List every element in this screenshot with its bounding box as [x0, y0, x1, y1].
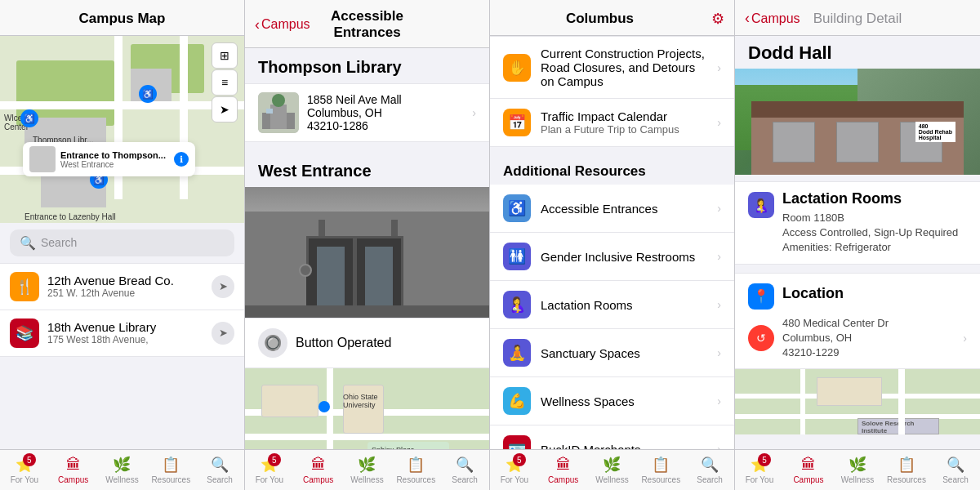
tab-search-2[interactable]: 🔍 Search: [440, 450, 489, 490]
tab-wellness-1[interactable]: 🌿 Wellness: [98, 450, 147, 490]
nav-right-columbus[interactable]: ⚙: [667, 10, 724, 28]
minimap-label-osu: Ohio StateUniversity: [343, 393, 378, 409]
foryou-badge-4: 5: [758, 453, 771, 466]
nav-bar-building-detail: ‹ Campus Building Detail: [735, 0, 980, 36]
tab-campus-2[interactable]: 🏛 Campus: [294, 450, 343, 490]
nav-bar-campus-map: Campus Map: [0, 0, 244, 36]
search-placeholder: Search: [41, 236, 77, 249]
map-list-button[interactable]: ≡: [212, 69, 238, 96]
search-tab-icon-4: 🔍: [947, 456, 964, 474]
accessible-entrances-menu-item[interactable]: ♿ Accessible Entrances ›: [490, 185, 734, 233]
nav-back-building[interactable]: ‹ Campus: [745, 10, 802, 27]
tooltip-info-btn[interactable]: ℹ: [174, 152, 189, 167]
tab-bar-panel4: 5 ⭐ For You 🏛 Campus 🌿 Wellness 📋 Resour…: [735, 449, 980, 490]
tab-resources-2[interactable]: 📋 Resources: [391, 450, 440, 490]
wheelchair-icon: ♿: [508, 199, 526, 217]
resources-label-4: Resources: [887, 475, 926, 484]
search-label-4: Search: [942, 475, 969, 484]
address-card[interactable]: 1858 Neil Ave Mall Columbus, OH 43210-12…: [245, 83, 489, 142]
map-location-button[interactable]: ➤: [212, 96, 238, 122]
lactation-icon: 🤱: [508, 296, 526, 314]
tab-foryou-3[interactable]: 5 ⭐ For You: [490, 450, 539, 490]
list-item-library[interactable]: 📚 18th Avenue Library 175 West 18th Aven…: [0, 310, 244, 357]
lactation-detail-title: Lactation Rooms: [782, 190, 958, 207]
gender-inclusive-menu-item[interactable]: 🚻 Gender Inclusive Restrooms ›: [490, 233, 734, 281]
location-detail-icon: 📍: [748, 283, 774, 310]
map-controls: ⊞ ≡ ➤: [212, 42, 238, 122]
address-thumb-image: [258, 92, 299, 133]
tab-foryou-2[interactable]: 5 ⭐ For You: [245, 450, 294, 490]
ground: [245, 305, 489, 318]
wellness-label-1: Wellness: [105, 475, 138, 484]
accessible-entrances-title: Accessible Entrances: [541, 202, 707, 216]
nav-back-entrances[interactable]: ‹ Campus: [255, 16, 312, 33]
tab-wellness-4[interactable]: 🌿 Wellness: [833, 450, 882, 490]
building-detail-content: Dodd Hall 480Dodd RehabHospital 🤱 Lactat…: [735, 36, 980, 449]
tab-wellness-2[interactable]: 🌿 Wellness: [343, 450, 392, 490]
tab-search-1[interactable]: 🔍 Search: [195, 450, 244, 490]
small-map-label-solove: Solove ResearchInstitute: [862, 420, 914, 434]
entrance-section-header: West Entrance: [245, 152, 489, 187]
lactation-icon-box: 🤱: [503, 291, 531, 318]
tab-resources-3[interactable]: 📋 Resources: [636, 450, 685, 490]
nav-section-label: Building Detail: [813, 11, 902, 26]
sanctuary-icon-box: 🧘: [503, 339, 531, 367]
foryou-label-2: For You: [256, 475, 283, 484]
nav-title-entrances: Accessible Entrances: [312, 8, 422, 41]
tab-resources-4[interactable]: 📋 Resources: [882, 450, 931, 490]
foryou-label-4: For You: [746, 475, 773, 484]
accessible-entrances-panel: ‹ Campus Accessible Entrances Thompson L…: [245, 0, 490, 490]
sanctuary-spaces-menu-item[interactable]: 🧘 Sanctuary Spaces ›: [490, 329, 734, 377]
resources-icon-1: 📋: [162, 456, 180, 474]
construction-chevron: ›: [717, 61, 721, 74]
tab-campus-3[interactable]: 🏛 Campus: [539, 450, 588, 490]
map-area[interactable]: Thompson Libr... Entrance to Lazenby Hal…: [0, 36, 244, 223]
construction-menu-item[interactable]: ✋ Current Construction Projects, Road Cl…: [490, 36, 734, 99]
tab-wellness-3[interactable]: 🌿 Wellness: [588, 450, 637, 490]
lactation-rooms-menu-item[interactable]: 🤱 Lactation Rooms ›: [490, 281, 734, 329]
tab-search-3[interactable]: 🔍 Search: [685, 450, 734, 490]
map-tooltip-thompson[interactable]: Entrance to Thompson... West Entrance ℹ: [23, 142, 195, 176]
wellness-icon-2: 🌿: [358, 456, 376, 474]
list-item-breadco[interactable]: 🍴 12th Avenue Bread Co. 251 W. 12th Aven…: [0, 263, 244, 310]
building-mini-map[interactable]: Solove ResearchInstitute: [735, 369, 980, 434]
traffic-title: Traffic Impact Calendar: [541, 109, 707, 123]
traffic-menu-item[interactable]: 📅 Traffic Impact Calendar Plan a Future …: [490, 99, 734, 147]
tooltip-subtitle: West Entrance: [60, 160, 166, 169]
map-layers-button[interactable]: ⊞: [212, 42, 238, 69]
window-2: [836, 122, 879, 163]
breadco-subtitle: 251 W. 12th Avenue: [47, 287, 203, 299]
location-addr1: 480 Medical Center Dr: [782, 316, 955, 331]
back-text-2: Campus: [261, 17, 310, 32]
tab-search-4[interactable]: 🔍 Search: [931, 450, 980, 490]
search-input-container[interactable]: 🔍 Search: [10, 229, 234, 256]
additional-resources-header: Additional Resources: [490, 155, 734, 185]
minimap-building-2: [343, 385, 384, 434]
address-chevron: ›: [472, 106, 476, 119]
settings-gear-icon[interactable]: ⚙: [711, 10, 724, 28]
tab-foryou-1[interactable]: 5 ⭐ For You: [0, 450, 49, 490]
resources-label-3: Resources: [641, 475, 680, 484]
breadco-go-button[interactable]: ➤: [212, 275, 234, 298]
building-name-title: Dodd Hall: [735, 36, 980, 69]
tab-resources-1[interactable]: 📋 Resources: [146, 450, 195, 490]
tooltip-content: Entrance to Thompson... West Entrance: [60, 150, 166, 169]
lactation-rooms-title: Lactation Rooms: [541, 298, 707, 312]
campus-label-1: Campus: [58, 475, 88, 484]
wellness-spaces-menu-item[interactable]: 💪 Wellness Spaces ›: [490, 377, 734, 425]
tab-campus-4[interactable]: 🏛 Campus: [784, 450, 833, 490]
accessible-chevron: ›: [717, 202, 721, 215]
tab-campus-1[interactable]: 🏛 Campus: [49, 450, 98, 490]
minimap-label-sphinx: Sphinx Plaza: [372, 446, 415, 449]
library-go-button[interactable]: ➤: [212, 322, 234, 345]
tab-bar-panel1: 5 ⭐ For You 🏛 Campus 🌿 Wellness 📋 Resour…: [0, 449, 244, 490]
tab-foryou-4[interactable]: 5 ⭐ For You: [735, 450, 784, 490]
traffic-icon-box: 📅: [503, 109, 531, 136]
location-address-row[interactable]: ↺ 480 Medical Center Dr Columbus, OH 432…: [748, 316, 967, 361]
gender-chevron: ›: [717, 250, 721, 263]
entrance-mini-map[interactable]: Sphinx Plaza Ohio StateUniversity: [245, 368, 489, 449]
campus-map-panel: Campus Map Thompson Libr... Entrance to …: [0, 0, 245, 490]
campus-label-4: Campus: [793, 475, 823, 484]
campus-icon-3: 🏛: [556, 457, 571, 474]
buckid-menu-item[interactable]: 🪪 BuckID Merchants ›: [490, 425, 734, 449]
